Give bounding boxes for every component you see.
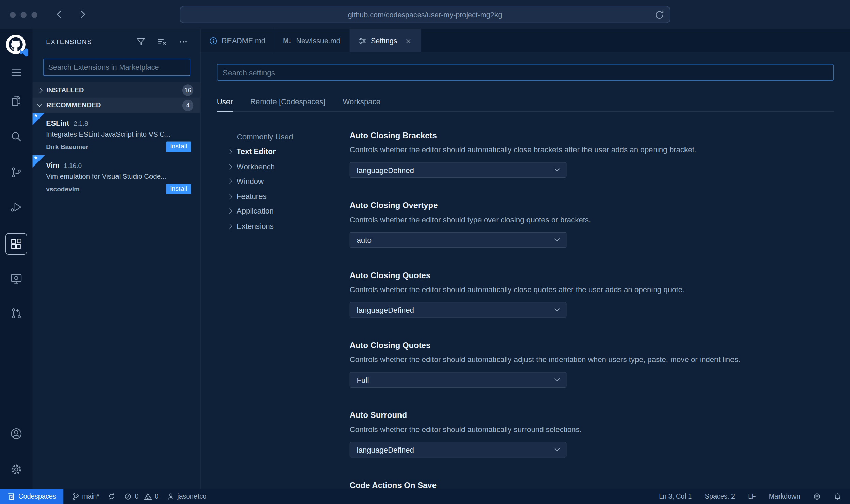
settings-gear-icon[interactable] [5, 459, 27, 481]
close-icon[interactable] [405, 37, 412, 44]
settings-editor: User Remote [Codespaces] Workspace Commo… [201, 52, 850, 489]
install-button[interactable]: Install [166, 184, 191, 194]
explorer-icon[interactable] [5, 90, 27, 112]
pull-requests-icon[interactable] [5, 302, 27, 324]
section-installed[interactable]: INSTALLED 16 [33, 82, 200, 98]
more-actions-icon[interactable] [178, 37, 188, 47]
sync-icon [108, 493, 116, 500]
toc-window[interactable]: Window [228, 174, 342, 189]
settings-scope-tabs: User Remote [Codespaces] Workspace [217, 95, 834, 112]
settings-list: Auto Closing Brackets Controls whether t… [350, 130, 829, 489]
errors-icon [124, 493, 132, 500]
window-controls[interactable] [10, 12, 37, 18]
menu-icon[interactable] [5, 62, 27, 83]
extension-name: ESLint [46, 119, 69, 127]
info-icon [209, 36, 217, 45]
section-recommended[interactable]: RECOMMENDED 4 [33, 98, 200, 113]
extensions-search-input[interactable] [43, 59, 190, 76]
setting-description: Controls whether the editor should autom… [350, 144, 829, 155]
extension-description: Vim emulation for Visual Studio Code... [46, 172, 191, 180]
chevron-right-icon [227, 194, 232, 199]
setting-title: Auto Closing Quotes [350, 340, 829, 351]
sync-status[interactable] [108, 493, 116, 500]
scope-tab-remote[interactable]: Remote [Codespaces] [250, 95, 326, 112]
install-button[interactable]: Install [166, 141, 191, 152]
user-status[interactable]: jasonetco [167, 493, 206, 500]
filter-icon[interactable] [136, 37, 146, 47]
setting-title: Auto Surround [350, 410, 829, 421]
language-mode[interactable]: Markdown [769, 493, 800, 500]
setting-description: Controls whether the editor should autom… [350, 284, 829, 295]
extensions-sidebar: EXTENSIONS INSTALLED 16 RECOMMENDED 4 [33, 29, 201, 489]
chevron-down-icon [555, 306, 560, 311]
tab-newissue[interactable]: M↓ NewIssue.md [274, 29, 350, 52]
toc-commonly-used[interactable]: Commonly Used [228, 129, 342, 144]
extension-description: Integrates ESLint JavaScript into VS C..… [46, 130, 191, 138]
tab-label: NewIssue.md [296, 36, 341, 45]
extensions-icon[interactable] [5, 233, 27, 255]
star-icon: ★ [34, 113, 38, 118]
chevron-right-icon [227, 208, 232, 214]
account-icon[interactable] [5, 423, 27, 445]
url-text: github.com/codespaces/user-my-project-mg… [348, 11, 502, 19]
setting-description: Controls whether the editor should autom… [350, 354, 829, 365]
toc-application[interactable]: Application [228, 204, 342, 219]
extension-version: 2.1.8 [74, 120, 88, 127]
notifications-bell-icon[interactable] [834, 493, 841, 500]
tab-settings[interactable]: Settings [350, 29, 421, 52]
chevron-down-icon [555, 166, 560, 171]
scope-tab-user[interactable]: User [217, 95, 233, 112]
sidebar-title: EXTENSIONS [46, 38, 92, 45]
setting-dropdown[interactable]: languageDefined [350, 162, 567, 178]
installed-count-badge: 16 [182, 84, 193, 96]
toc-workbench[interactable]: Workbench [228, 159, 342, 174]
setting-dropdown[interactable]: Full [350, 372, 567, 388]
feedback-icon[interactable] [813, 493, 821, 500]
setting-dropdown[interactable]: auto [350, 232, 567, 248]
toc-text-editor[interactable]: Text Editor [228, 144, 342, 159]
extension-item-vim[interactable]: ★ Vim 1.16.0 Vim emulation for Visual St… [33, 155, 200, 197]
warnings-icon [144, 493, 152, 500]
setting-dropdown[interactable]: languageDefined [350, 302, 567, 318]
settings-search-input[interactable] [217, 64, 834, 81]
toc-extensions[interactable]: Extensions [228, 219, 342, 234]
chevron-down-icon [555, 236, 560, 241]
browser-chrome: github.com/codespaces/user-my-project-mg… [0, 0, 850, 29]
clear-search-icon[interactable] [157, 37, 167, 47]
branch-status[interactable]: main* [72, 493, 99, 500]
window-close-dot[interactable] [10, 12, 16, 18]
setting-dropdown[interactable]: languageDefined [350, 442, 567, 457]
remote-explorer-icon[interactable] [5, 268, 27, 289]
setting-auto-surround: Auto Surround Controls whether the edito… [350, 410, 829, 479]
address-bar[interactable]: github.com/codespaces/user-my-project-mg… [180, 6, 670, 23]
tab-label: README.md [222, 36, 265, 45]
eol-sequence[interactable]: LF [748, 493, 756, 500]
window-zoom-dot[interactable] [31, 12, 37, 18]
indentation[interactable]: Spaces: 2 [705, 493, 735, 500]
scope-tab-workspace[interactable]: Workspace [343, 95, 380, 112]
extension-item-eslint[interactable]: ★ ESLint 2.1.8 Integrates ESLint JavaScr… [33, 113, 200, 155]
setting-title: Auto Closing Brackets [350, 130, 829, 141]
user-icon [167, 493, 175, 500]
recommended-count-badge: 4 [182, 99, 193, 111]
search-icon[interactable] [5, 126, 27, 147]
chevron-down-icon [37, 102, 42, 107]
tab-label: Settings [371, 36, 397, 45]
source-control-icon[interactable] [5, 161, 27, 183]
run-debug-icon[interactable] [5, 196, 27, 218]
setting-title: Auto Closing Overtype [350, 200, 829, 211]
refresh-icon[interactable] [654, 10, 664, 20]
tab-readme[interactable]: README.md [201, 29, 274, 52]
toc-features[interactable]: Features [228, 189, 342, 204]
tab-bar: README.md M↓ NewIssue.md Settings [201, 29, 850, 52]
errors-count: 0 [135, 493, 139, 500]
problems-status[interactable]: 0 0 [124, 493, 158, 500]
setting-description: Controls whether the editor should autom… [350, 424, 829, 435]
chevron-right-icon [227, 223, 232, 229]
forward-icon[interactable] [76, 8, 89, 21]
cursor-position[interactable]: Ln 3, Col 1 [659, 493, 692, 500]
codespaces-status-button[interactable]: Codespaces [0, 489, 63, 504]
window-minimize-dot[interactable] [20, 12, 27, 18]
back-icon[interactable] [53, 8, 66, 21]
setting-code-actions-on-save: Code Actions On Save [350, 480, 829, 489]
